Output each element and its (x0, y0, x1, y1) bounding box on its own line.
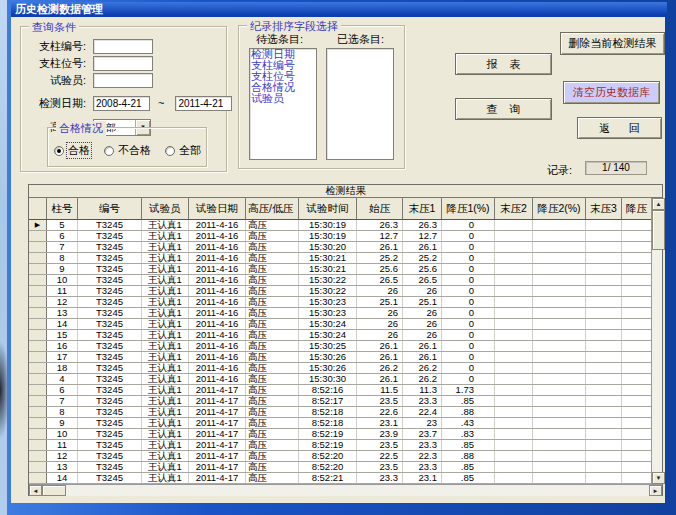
table-cell: 高压 (246, 330, 299, 340)
tester-input[interactable] (93, 73, 153, 88)
table-cell (586, 242, 622, 252)
table-cell: 王认真1 (142, 440, 189, 450)
report-button[interactable]: 报 表 (455, 53, 552, 75)
table-cell: 高压 (246, 418, 299, 428)
table-row[interactable]: 12T3245王认真12011-4-16高压15:30:2325.125.10 (29, 297, 651, 308)
list-item[interactable]: 试验员 (250, 93, 316, 104)
date-to-input[interactable] (175, 96, 232, 111)
table-row[interactable]: 16T3245王认真12011-4-16高压15:30:2526.126.10 (29, 341, 651, 352)
table-cell (533, 319, 586, 329)
row-selector[interactable] (29, 319, 47, 329)
table-cell: 26.5 (403, 275, 442, 285)
available-fields-list[interactable]: 检测日期支柱编号支柱位号合格情况试验员 (249, 48, 317, 160)
row-selector[interactable]: ▶ (29, 220, 47, 230)
row-selector[interactable] (29, 308, 47, 318)
table-row[interactable]: 9T3245王认真12011-4-17高压8:52:1823.123.43 (29, 418, 651, 429)
table-row[interactable]: 14T3245王认真12011-4-16高压15:30:2426260 (29, 319, 651, 330)
column-header: 高压/低压 (246, 198, 299, 219)
date-separator: ~ (158, 97, 164, 109)
row-selector[interactable] (29, 286, 47, 296)
row-selector[interactable] (29, 253, 47, 263)
table-row[interactable]: ▶5T3245王认真12011-4-16高压15:30:1926.326.30 (29, 220, 651, 231)
table-cell: 25.2 (403, 253, 442, 263)
row-selector[interactable] (29, 407, 47, 417)
selected-fields-list[interactable] (326, 48, 394, 160)
table-row[interactable]: 4T3245王认真12011-4-16高压15:30:3026.126.20 (29, 374, 651, 385)
horizontal-scroll-thumb[interactable] (42, 485, 66, 496)
table-row[interactable]: 14T3245王认真12011-4-17高压8:52:2123.323.1.85 (29, 473, 651, 484)
table-row[interactable]: 7T3245王认真12011-4-17高压8:52:1723.523.3.85 (29, 396, 651, 407)
row-selector[interactable] (29, 341, 47, 351)
delete-current-result-button[interactable]: 删除当前检测结果 (560, 32, 665, 55)
table-cell: 2011-4-16 (189, 363, 246, 373)
scroll-down-icon[interactable]: ▼ (652, 472, 665, 484)
row-selector[interactable] (29, 473, 47, 483)
row-selector[interactable] (29, 429, 47, 439)
table-row[interactable]: 17T3245王认真12011-4-16高压15:30:2626.126.10 (29, 352, 651, 363)
row-selector[interactable] (29, 264, 47, 274)
table-row[interactable]: 15T3245王认真12011-4-16高压15:30:2426260 (29, 330, 651, 341)
table-cell (586, 363, 622, 373)
row-selector[interactable] (29, 242, 47, 252)
pillar-number-input[interactable] (93, 39, 153, 54)
radio-icon[interactable] (104, 146, 114, 156)
row-selector[interactable] (29, 275, 47, 285)
row-selector[interactable] (29, 330, 47, 340)
radio-icon[interactable] (54, 146, 64, 156)
table-row[interactable]: 6T3245王认真12011-4-16高压15:30:1912.712.70 (29, 231, 651, 242)
table-cell (495, 462, 533, 472)
table-row[interactable]: 11T3245王认真12011-4-17高压8:52:1923.523.3.85 (29, 440, 651, 451)
row-selector[interactable] (29, 396, 47, 406)
vertical-scroll-thumb[interactable] (652, 210, 665, 250)
radio-icon[interactable] (165, 146, 175, 156)
table-row[interactable]: 10T3245王认真12011-4-16高压15:30:2226.526.50 (29, 275, 651, 286)
table-row[interactable]: 7T3245王认真12011-4-16高压15:30:2026.126.10 (29, 242, 651, 253)
table-cell (622, 341, 651, 351)
table-cell: 王认真1 (142, 451, 189, 461)
table-row[interactable]: 12T3245王认真12011-4-17高压8:52:2022.522.3.88 (29, 451, 651, 462)
row-selector[interactable] (29, 363, 47, 373)
table-row[interactable]: 8T3245王认真12011-4-17高压8:52:1822.622.4.88 (29, 407, 651, 418)
row-selector[interactable] (29, 418, 47, 428)
table-row[interactable]: 9T3245王认真12011-4-16高压15:30:2125.625.60 (29, 264, 651, 275)
table-row[interactable]: 11T3245王认真12011-4-16高压15:30:2226260 (29, 286, 651, 297)
scroll-up-icon[interactable]: ▲ (652, 198, 665, 210)
table-row[interactable]: 13T3245王认真12011-4-17高压8:52:2023.523.3.85 (29, 462, 651, 473)
date-label: 检测日期: (29, 96, 86, 111)
horizontal-scrollbar[interactable]: ◄ ► (29, 484, 662, 496)
table-cell: 高压 (246, 264, 299, 274)
query-button[interactable]: 查 询 (455, 98, 552, 120)
row-selector[interactable] (29, 462, 47, 472)
table-cell: T3245 (78, 352, 142, 362)
table-cell: 15:30:22 (299, 286, 357, 296)
date-from-input[interactable] (93, 96, 150, 111)
table-row[interactable]: 6T3245王认真12011-4-17高压8:52:1611.511.31.73 (29, 385, 651, 396)
row-selector[interactable] (29, 374, 47, 384)
row-selector[interactable] (29, 385, 47, 395)
table-cell: 23.3 (403, 440, 442, 450)
table-row[interactable]: 13T3245王认真12011-4-16高压15:30:2326260 (29, 308, 651, 319)
table-cell (622, 451, 651, 461)
row-selector[interactable] (29, 352, 47, 362)
qualify-radio-option[interactable]: 全部 (165, 143, 202, 158)
row-selector[interactable] (29, 297, 47, 307)
table-cell: 8:52:20 (299, 451, 357, 461)
back-button[interactable]: 返 回 (577, 117, 662, 139)
scroll-left-icon[interactable]: ◄ (29, 485, 42, 496)
table-row[interactable]: 18T3245王认真12011-4-16高压15:30:2626.226.20 (29, 363, 651, 374)
table-cell: 高压 (246, 396, 299, 406)
qualify-radio-option[interactable]: 合格 (54, 143, 91, 158)
table-row[interactable]: 10T3245王认真12011-4-17高压8:52:1923.923.7.83 (29, 429, 651, 440)
row-selector[interactable] (29, 440, 47, 450)
table-cell: 王认真1 (142, 396, 189, 406)
clear-history-db-button[interactable]: 清空历史数据库 (563, 81, 660, 104)
row-selector[interactable] (29, 451, 47, 461)
qualify-radio-option[interactable]: 不合格 (104, 143, 152, 158)
scroll-right-icon[interactable]: ► (649, 485, 662, 496)
row-selector[interactable] (29, 231, 47, 241)
table-cell: 高压 (246, 352, 299, 362)
table-row[interactable]: 8T3245王认真12011-4-16高压15:30:2125.225.20 (29, 253, 651, 264)
table-cell: 23 (403, 418, 442, 428)
vertical-scrollbar[interactable]: ▲ ▼ (651, 198, 662, 484)
pillar-position-input[interactable] (93, 56, 153, 71)
